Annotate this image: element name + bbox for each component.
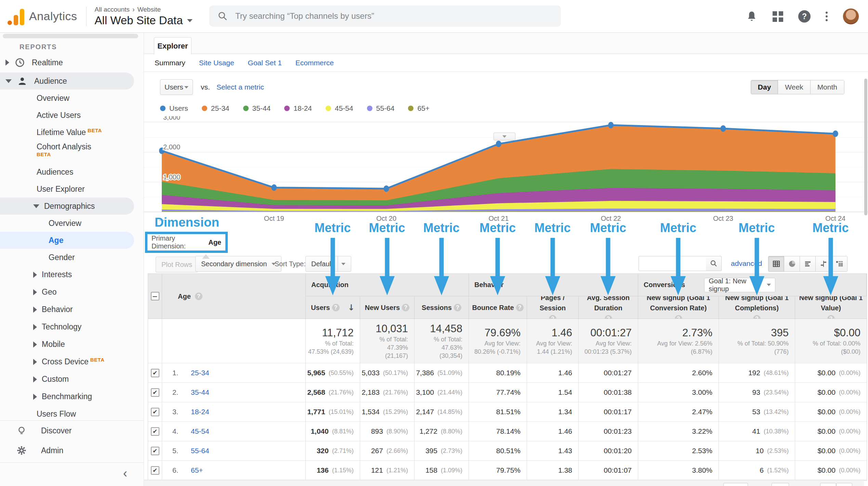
sidebar-item-overview[interactable]: Overview <box>0 215 144 232</box>
row-dimension-age[interactable]: 3.18-24 <box>162 402 306 422</box>
chevron-down-icon[interactable] <box>5 79 12 83</box>
breadcrumb-section[interactable]: Website <box>137 6 161 13</box>
sidebar-item-benchmarking[interactable]: Benchmarking <box>0 388 144 405</box>
row-checkbox[interactable]: ✔ <box>148 363 162 383</box>
prev-page-button[interactable] <box>820 483 836 486</box>
sidebar-item-audience[interactable]: Audience <box>0 72 134 90</box>
row-dimension-age[interactable]: 6.65+ <box>162 461 306 480</box>
row-checkbox-box[interactable]: ✔ <box>151 427 159 436</box>
row-checkbox[interactable]: ✔ <box>148 461 162 480</box>
property-selector[interactable]: All Web Site Data <box>95 14 193 27</box>
legend-item-25-34[interactable]: 25-34 <box>202 104 229 112</box>
sidebar-item-cross-device[interactable]: Cross DeviceBETA <box>0 353 144 370</box>
subtab-goal-set-1[interactable]: Goal Set 1 <box>248 59 282 67</box>
tab-explorer[interactable]: Explorer <box>154 37 192 54</box>
help-icon[interactable]: ? <box>549 315 556 319</box>
select-all-checkbox-box[interactable]: − <box>151 292 159 300</box>
more-menu-kebab-icon[interactable] <box>826 12 828 21</box>
notifications-bell-icon[interactable] <box>746 11 758 22</box>
plot-rows-button[interactable]: Plot Rows <box>156 257 198 272</box>
subtab-site-usage[interactable]: Site Usage <box>199 59 234 67</box>
age-bracket-link[interactable]: 18-24 <box>191 408 209 416</box>
show-rows-select[interactable] <box>723 483 748 486</box>
sort-desc-icon[interactable]: ↓ <box>348 302 355 313</box>
sidebar-item-behavior[interactable]: Behavior <box>0 301 144 318</box>
row-checkbox[interactable]: ✔ <box>148 402 162 422</box>
chevron-right-icon[interactable] <box>33 394 37 400</box>
legend-item-65+[interactable]: 65+ <box>408 104 430 112</box>
column-header-goal_value[interactable]: New signup (Goal 1 Value)? <box>795 296 867 319</box>
advanced-filter-link[interactable]: advanced <box>731 259 762 268</box>
sidebar-item-mobile[interactable]: Mobile <box>0 336 144 353</box>
sidebar-item-realtime[interactable]: Realtime <box>0 53 144 72</box>
chevron-right-icon[interactable] <box>33 376 37 382</box>
row-dimension-age[interactable]: 2.35-44 <box>162 383 306 402</box>
chevron-right-icon[interactable] <box>33 307 37 313</box>
view-pivot-button[interactable] <box>831 256 847 271</box>
column-header-bounce_rate[interactable]: Bounce Rate? <box>469 296 527 319</box>
age-bracket-link[interactable]: 35-44 <box>191 388 209 396</box>
chevron-right-icon[interactable] <box>33 324 37 330</box>
sort-type-dropdown[interactable]: Default <box>305 256 351 272</box>
user-avatar[interactable] <box>843 8 859 25</box>
sidebar-item-cohort-analysis[interactable]: Cohort AnalysisBETA <box>0 141 144 163</box>
table-search-input[interactable] <box>639 256 706 271</box>
sidebar-item-lifetime-value[interactable]: Lifetime ValueBETA <box>0 124 144 141</box>
sidebar-item-overview[interactable]: Overview <box>0 90 144 107</box>
help-icon[interactable]: ? <box>798 10 811 23</box>
row-checkbox-box[interactable]: ✔ <box>151 388 159 397</box>
column-header-users[interactable]: Users?↓ <box>306 296 360 319</box>
sidebar-item-user-explorer[interactable]: User Explorer <box>0 180 144 198</box>
vertical-scrollbar[interactable] <box>864 79 867 215</box>
view-percentage-button[interactable] <box>784 256 800 271</box>
help-icon[interactable]: ? <box>454 304 461 311</box>
help-icon[interactable]: ? <box>332 304 340 311</box>
legend-item-55-64[interactable]: 55-64 <box>367 104 395 112</box>
granularity-week-button[interactable]: Week <box>778 80 810 94</box>
sidebar-item-discover[interactable]: Discover <box>0 421 144 441</box>
help-icon[interactable]: ? <box>753 315 761 319</box>
primary-dimension-annotated-box[interactable]: Primary Dimension: Age <box>145 232 228 253</box>
column-header-avg_duration[interactable]: Avg. Session Duration? <box>579 296 638 319</box>
help-icon[interactable]: ? <box>516 304 524 311</box>
row-checkbox[interactable]: ✔ <box>148 383 162 402</box>
sidebar-item-interests[interactable]: Interests <box>0 266 144 283</box>
help-icon[interactable]: ? <box>402 304 409 311</box>
sidebar-collapse-icon[interactable]: ‹ <box>123 466 127 481</box>
column-header-age[interactable]: Age? <box>162 274 306 319</box>
help-icon[interactable]: ? <box>675 315 682 319</box>
age-bracket-link[interactable]: 45-54 <box>191 427 209 435</box>
column-header-sessions[interactable]: Sessions? <box>415 296 469 319</box>
chevron-right-icon[interactable] <box>33 289 37 295</box>
sidebar-item-custom[interactable]: Custom <box>0 370 144 388</box>
column-header-goal_completions[interactable]: New signup (Goal 1 Completions)? <box>719 296 795 319</box>
sidebar-item-users-flow[interactable]: Users Flow <box>0 405 144 420</box>
chevron-right-icon[interactable] <box>33 341 37 348</box>
legend-item-35-44[interactable]: 35-44 <box>243 104 271 112</box>
view-table-button[interactable] <box>768 256 784 271</box>
sidebar-item-technology[interactable]: Technology <box>0 318 144 336</box>
column-header-new_users[interactable]: New Users? <box>360 296 415 319</box>
sidebar-item-active-users[interactable]: Active Users <box>0 107 144 124</box>
row-checkbox-box[interactable]: ✔ <box>151 369 159 377</box>
sidebar-item-gender[interactable]: Gender <box>0 249 144 266</box>
row-dimension-age[interactable]: 4.45-54 <box>162 422 306 441</box>
sidebar-item-audiences[interactable]: Audiences <box>0 163 144 180</box>
row-dimension-age[interactable]: 1.25-34 <box>162 363 306 383</box>
age-bracket-link[interactable]: 25-34 <box>191 369 209 377</box>
help-icon[interactable]: ? <box>605 315 612 319</box>
legend-item-18-24[interactable]: 18-24 <box>284 104 312 112</box>
global-search[interactable] <box>209 5 561 27</box>
age-bracket-link[interactable]: 55-64 <box>191 447 209 455</box>
row-checkbox-box[interactable]: ✔ <box>151 447 159 455</box>
legend-item-users[interactable]: Users <box>160 104 188 112</box>
analytics-logo-icon[interactable] <box>8 8 24 25</box>
legend-item-45-54[interactable]: 45-54 <box>326 104 353 112</box>
sidebar-item-demographics[interactable]: Demographics <box>0 198 134 215</box>
next-page-button[interactable] <box>836 483 852 486</box>
goto-page-input[interactable] <box>772 483 789 486</box>
chevron-right-icon[interactable] <box>33 359 37 365</box>
row-checkbox-box[interactable]: ✔ <box>151 466 159 475</box>
goal-selector-dropdown[interactable]: Goal 1: New signup <box>704 278 775 292</box>
help-icon[interactable]: ? <box>195 293 202 300</box>
